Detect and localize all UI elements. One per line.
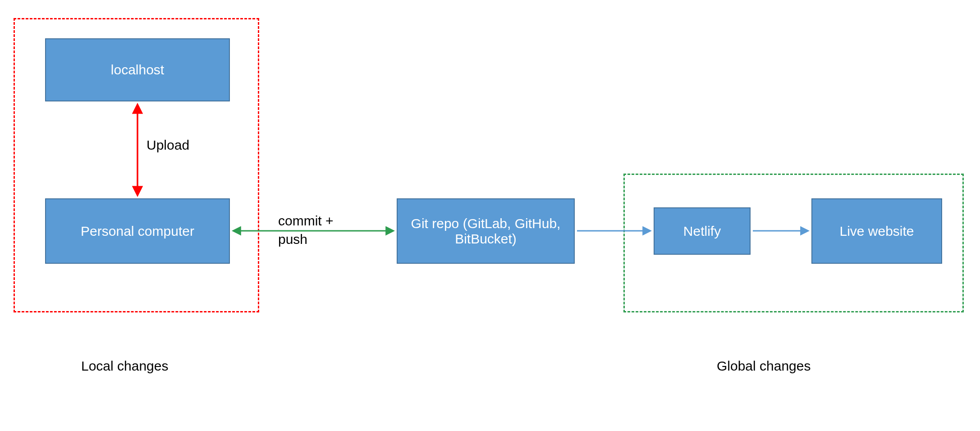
commit-push-label: commit +push <box>278 212 334 248</box>
upload-label: Upload <box>147 138 189 153</box>
node-git-repo: Git repo (GitLab, GitHub, BitBucket) <box>397 198 575 264</box>
commit-push-text: commit +push <box>278 213 334 247</box>
local-changes-label: Local changes <box>81 358 168 374</box>
global-changes-label: Global changes <box>717 358 811 374</box>
node-git-repo-label: Git repo (GitLab, GitHub, BitBucket) <box>402 216 569 247</box>
node-live-website-label: Live website <box>839 224 914 239</box>
node-netlify: Netlify <box>654 207 751 255</box>
node-netlify-label: Netlify <box>683 224 721 239</box>
node-live-website: Live website <box>811 198 942 264</box>
node-personal-computer: Personal computer <box>45 198 230 264</box>
node-personal-computer-label: Personal computer <box>81 224 194 239</box>
diagram-container: localhost Personal computer Git repo (Gi… <box>0 0 980 431</box>
node-localhost-label: localhost <box>111 62 164 78</box>
node-localhost: localhost <box>45 38 230 101</box>
